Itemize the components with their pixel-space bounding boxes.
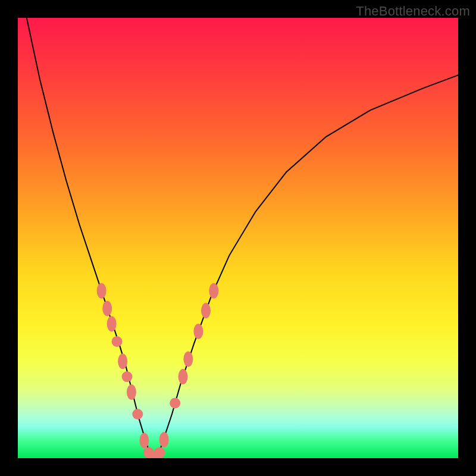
curve-marker (183, 352, 193, 367)
curve-marker (107, 316, 117, 331)
chart-svg (18, 18, 458, 458)
curve-marker (122, 371, 133, 382)
curve-marker (170, 398, 180, 409)
curve-marker (209, 283, 218, 299)
curve-marker (159, 432, 169, 447)
attribution-text: TheBottleneck.com (356, 4, 470, 19)
chart-container: TheBottleneck.com (0, 0, 476, 476)
markers-group (97, 283, 219, 458)
curve-marker (118, 353, 127, 369)
curve-marker (112, 336, 123, 347)
curve-marker (201, 303, 211, 318)
bottleneck-curve (27, 18, 458, 456)
curve-marker (193, 324, 203, 339)
curve-marker (97, 283, 107, 299)
plot-area (18, 18, 458, 458)
curve-marker (132, 409, 143, 419)
curve-marker (102, 300, 112, 316)
curve-marker (154, 447, 165, 458)
curve-marker (127, 384, 136, 400)
curve-marker (139, 433, 149, 448)
curve-marker (178, 369, 188, 384)
